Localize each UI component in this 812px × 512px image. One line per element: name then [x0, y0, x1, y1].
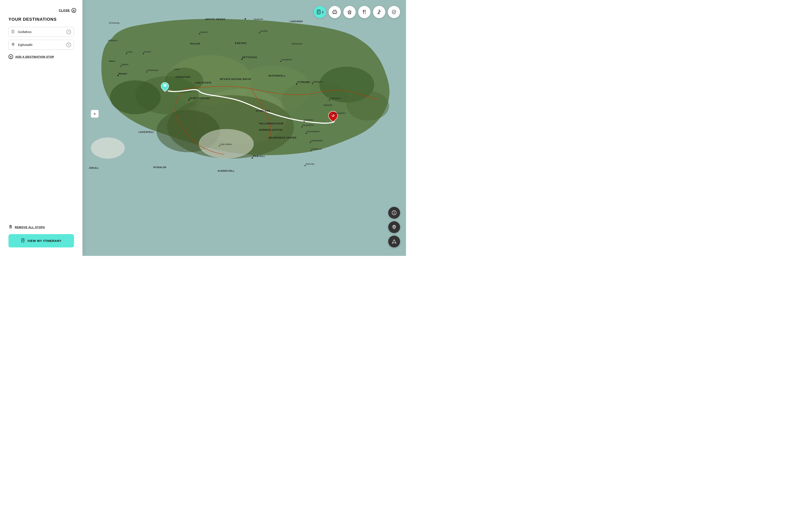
- svg-point-97: [252, 157, 253, 159]
- svg-text:SNÆFELL: SNÆFELL: [253, 155, 265, 157]
- safety-button[interactable]: [388, 6, 400, 18]
- svg-text:Fáskrúðsfjörður: Fáskrúðsfjörður: [307, 131, 320, 133]
- svg-text:STUÐLAGIL: STUÐLAGIL: [256, 110, 271, 112]
- svg-point-81: [303, 121, 305, 122]
- svg-text:Egilsstaðir: Egilsstaðir: [323, 104, 332, 106]
- close-button[interactable]: CLOSE ✕: [59, 8, 76, 13]
- svg-point-121: [393, 226, 395, 228]
- close-label: CLOSE: [59, 9, 70, 12]
- destination-1-input[interactable]: [8, 27, 74, 37]
- svg-text:LAUGAFELL: LAUGAFELL: [139, 131, 154, 133]
- svg-text:LAKE MÝVATN: LAKE MÝVATN: [195, 81, 211, 84]
- svg-text:DETTIFOSS: DETTIFOSS: [242, 56, 257, 59]
- svg-text:+: +: [93, 111, 96, 116]
- info-button[interactable]: [388, 207, 400, 219]
- svg-point-43: [259, 32, 260, 33]
- add-destination-stop-button[interactable]: + ADD A DESTINATION STOP: [8, 54, 74, 59]
- navigate-button[interactable]: [388, 235, 400, 248]
- svg-text:ARCTIC HENGE: ARCTIC HENGE: [205, 18, 225, 21]
- location-pin-icon: [11, 43, 15, 47]
- svg-text:Akureyri: Akureyri: [118, 73, 127, 75]
- trash-icon: [8, 225, 13, 230]
- location-pin-icon: [392, 225, 397, 229]
- location-button[interactable]: [388, 221, 400, 233]
- destination-2-clear-button[interactable]: ✕: [66, 42, 71, 47]
- svg-text:Askja Caldera: Askja Caldera: [220, 143, 232, 145]
- svg-text:KVERKFJÖLL: KVERKFJÖLL: [218, 170, 234, 172]
- remove-all-stops-button[interactable]: REMOVE ALL STOPS: [8, 225, 74, 230]
- document-icon: [11, 30, 15, 34]
- svg-text:Bakkagerði: Bakkagerði: [313, 81, 322, 83]
- svg-point-116: [379, 10, 380, 11]
- car-button[interactable]: [328, 6, 341, 18]
- view-itinerary-button[interactable]: VIEW MY ITINERARY: [8, 234, 74, 248]
- svg-text:Vopnafjörður: Vopnafjörður: [281, 59, 292, 61]
- svg-rect-112: [348, 12, 351, 14]
- svg-text:Grenivík: Grenivík: [144, 51, 151, 53]
- svg-text:GOÐAFOSS: GOÐAFOSS: [175, 76, 191, 78]
- svg-point-49: [126, 53, 127, 54]
- destination-2-input[interactable]: [8, 40, 74, 50]
- svg-text:Hrísey: Hrísey: [127, 51, 133, 53]
- view-itinerary-label: VIEW MY ITINERARY: [27, 239, 61, 243]
- svg-point-60: [117, 75, 119, 76]
- destination-1-wrapper: ✕: [8, 27, 74, 37]
- car-icon: [332, 9, 338, 15]
- svg-line-117: [378, 13, 378, 14]
- destination-1-clear-button[interactable]: ✕: [66, 30, 71, 34]
- svg-text:Bakkafjörður: Bakkafjörður: [292, 43, 302, 45]
- fork-knife-icon: [361, 9, 367, 15]
- info-icon: [392, 210, 397, 215]
- svg-point-41: [199, 33, 200, 34]
- svg-point-29: [91, 138, 125, 159]
- shield-icon: [391, 9, 397, 15]
- svg-point-54: [121, 66, 122, 67]
- svg-point-92: [311, 150, 312, 151]
- svg-point-83: [301, 126, 302, 127]
- itinerary-button[interactable]: 2: [314, 6, 326, 18]
- activities-button[interactable]: [373, 6, 385, 18]
- dining-button[interactable]: [358, 6, 371, 18]
- map-top-controls: 2: [314, 6, 400, 18]
- svg-text:NYIDALUR: NYIDALUR: [153, 166, 167, 169]
- destination-2-wrapper: ✕: [8, 40, 74, 50]
- svg-point-25: [347, 91, 389, 120]
- svg-point-71: [312, 83, 313, 84]
- panel-spacer: [8, 59, 74, 225]
- remove-all-label: REMOVE ALL STOPS: [15, 226, 45, 229]
- svg-text:Djúpivogur: Djúpivogur: [306, 163, 315, 165]
- svg-text:Seyðisfjörður: Seyðisfjörður: [330, 97, 341, 99]
- svg-text:Hjalteyri: Hjalteyri: [122, 63, 128, 65]
- close-icon: ✕: [71, 8, 76, 13]
- svg-point-51: [143, 53, 144, 54]
- svg-text:STÓRURÐ: STÓRURÐ: [297, 81, 310, 83]
- svg-text:Stöðvarfjörður: Stöðvarfjörður: [311, 140, 323, 142]
- svg-point-58: [281, 61, 282, 62]
- map-bottom-controls: [388, 207, 400, 248]
- svg-point-90: [310, 142, 311, 143]
- svg-text:Breiðdalsvík: Breiðdalsvík: [311, 148, 322, 150]
- itinerary-doc-icon: [21, 238, 25, 243]
- svg-text:Neskaupstaður: Neskaupstaður: [333, 112, 346, 114]
- svg-rect-113: [349, 13, 350, 14]
- svg-point-120: [394, 211, 395, 212]
- svg-point-62: [146, 72, 147, 73]
- svg-text:Þórshöfn: Þórshöfn: [260, 30, 268, 32]
- hiking-icon: [376, 9, 382, 15]
- svg-text:Reyðarfjörður: Reyðarfjörður: [302, 124, 314, 126]
- svg-point-76: [329, 99, 330, 101]
- svg-point-73: [188, 99, 190, 101]
- add-stop-label: ADD A DESTINATION STOP: [15, 55, 54, 58]
- svg-point-95: [219, 145, 220, 147]
- svg-text:MÝVATN NATURE BATHS: MÝVATN NATURE BATHS: [220, 78, 251, 80]
- accommodation-button[interactable]: [343, 6, 356, 18]
- svg-text:Kópasker: Kópasker: [200, 31, 208, 33]
- svg-point-111: [336, 13, 337, 14]
- svg-text:ALDEYJARFOSS: ALDEYJARFOSS: [189, 97, 210, 99]
- svg-text:HALLORMSSTADUR: HALLORMSSTADUR: [259, 122, 284, 125]
- svg-text:ÁSBYRGI: ÁSBYRGI: [235, 42, 247, 45]
- svg-point-110: [333, 13, 334, 14]
- svg-text:Húsavík: Húsavík: [190, 42, 200, 45]
- itinerary-count: 2: [322, 10, 323, 14]
- svg-text:Eskifjörður: Eskifjörður: [304, 119, 314, 121]
